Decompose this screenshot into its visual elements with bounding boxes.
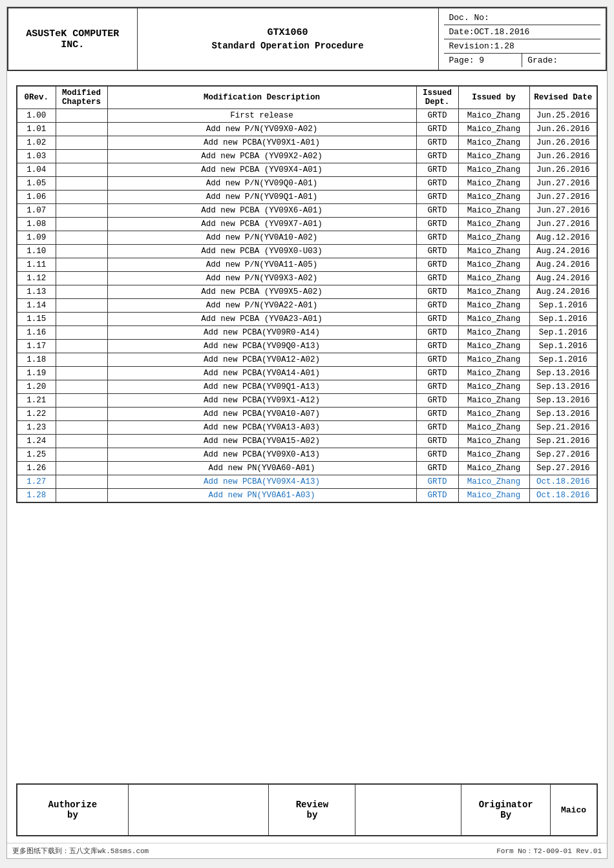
table-row: 1.25Add new PCBA(YV09X0-A13)GRTDMaico_Zh… xyxy=(17,448,597,462)
table-row: 1.08Add new PCBA (YV09X7-A01)GRTDMaico_Z… xyxy=(17,218,597,231)
col-header-dept: IssuedDept. xyxy=(416,86,458,109)
originator-by-cell: Originator By xyxy=(461,784,551,836)
table-row: 1.21Add new PCBA(YV09X1-A12)GRTDMaico_Zh… xyxy=(17,394,597,408)
table-row: 1.09Add new P/N(YV0A10-A02)GRTDMaico_Zha… xyxy=(17,231,597,245)
table-row: 1.12Add new P/N(YV09X3-A02)GRTDMaico_Zha… xyxy=(17,272,597,285)
originator-by-label: Originator By xyxy=(479,800,533,820)
header-table: ASUSTeK COMPUTER INC. GTX1060 Standard O… xyxy=(7,7,607,71)
review-by-value-cell xyxy=(355,784,461,836)
table-row: 1.05Add new P/N(YV09Q0-A01)GRTDMaico_Zha… xyxy=(17,177,597,191)
table-row: 1.17Add new PCBA(YV09Q0-A13)GRTDMaico_Zh… xyxy=(17,340,597,353)
document-page: ASUSTeK COMPUTER INC. GTX1060 Standard O… xyxy=(6,6,608,859)
col-header-rev: 0Rev. xyxy=(17,86,56,109)
col-header-issby: Issued by xyxy=(458,86,529,109)
table-row: 1.11Add new P/N(YV0A11-A05)GRTDMaico_Zha… xyxy=(17,258,597,272)
review-by-cell: Review by xyxy=(269,784,355,836)
company-cell: ASUSTeK COMPUTER INC. xyxy=(8,8,137,70)
table-row: 1.20Add new PCBA(YV09Q1-A13)GRTDMaico_Zh… xyxy=(17,380,597,394)
title-line1: GTX1060 xyxy=(143,27,433,38)
col-header-date: Revised Date xyxy=(529,86,597,109)
col-header-desc: Modification Description xyxy=(107,86,416,109)
table-row: 1.19Add new PCBA(YV0A14-A01)GRTDMaico_Zh… xyxy=(17,367,597,380)
doc-no-row: Doc. No: xyxy=(444,11,601,25)
revision-row: Revision:1.28 xyxy=(444,39,601,54)
table-row: 1.28Add new PN(YV0A61-A03)GRTDMaico_Zhan… xyxy=(17,489,597,503)
table-row: 1.10Add new PCBA (YV09X0-U03)GRTDMaico_Z… xyxy=(17,245,597,258)
bottom-left: 更多图纸下载到：五八文库wk.58sms.com xyxy=(12,846,149,856)
grade-cell: Grade: xyxy=(522,54,600,67)
table-row: 1.26Add new PN(YV0A60-A01)GRTDMaico_Zhan… xyxy=(17,462,597,475)
table-row: 1.07Add new PCBA (YV09X6-A01)GRTDMaico_Z… xyxy=(17,204,597,218)
date-label: Date:OCT.18.2016 xyxy=(449,27,530,37)
page-cell: Page: 9 xyxy=(444,54,523,67)
authorize-by-label: Authorize by xyxy=(48,800,98,820)
table-row: 1.18Add new PCBA(YV0A12-A02)GRTDMaico_Zh… xyxy=(17,353,597,367)
title-line2: Standard Operation Procedure xyxy=(143,41,433,51)
table-row: 1.13Add new PCBA (YV09X5-A02)GRTDMaico_Z… xyxy=(17,285,597,299)
grade-label: Grade: xyxy=(527,56,558,65)
date-row: Date:OCT.18.2016 xyxy=(444,25,601,39)
originator-value: Maico xyxy=(561,805,586,815)
page-grade-row: Page: 9 Grade: xyxy=(444,54,601,67)
main-content: 0Rev. ModifiedChapters Modification Desc… xyxy=(7,71,607,843)
table-row: 1.04Add new PCBA (YV09X4-A01)GRTDMaico_Z… xyxy=(17,163,597,177)
table-header-row: 0Rev. ModifiedChapters Modification Desc… xyxy=(17,86,597,109)
doc-info-cell: Doc. No: Date:OCT.18.2016 Revision:1.28 … xyxy=(438,8,606,70)
table-row: 1.27Add new PCBA(YV09X4-A13)GRTDMaico_Zh… xyxy=(17,475,597,489)
table-row: 1.00First releaseGRTDMaico_ZhangJun.25.2… xyxy=(17,109,597,123)
bottom-bar: 更多图纸下载到：五八文库wk.58sms.com Form No：T2-009-… xyxy=(7,843,607,858)
revision-label: Revision:1.28 xyxy=(449,41,514,51)
table-row: 1.03Add new PCBA (YV09X2-A02)GRTDMaico_Z… xyxy=(17,150,597,163)
authorize-by-cell: Authorize by xyxy=(17,784,128,836)
doc-no-label: Doc. No: xyxy=(449,13,489,23)
title-cell: GTX1060 Standard Operation Procedure xyxy=(137,8,438,70)
table-row: 1.16Add new PCBA(YV09R0-A14)GRTDMaico_Zh… xyxy=(17,326,597,340)
review-by-label: Review by xyxy=(296,800,328,820)
table-row: 1.15Add new PCBA (YV0A23-A01)GRTDMaico_Z… xyxy=(17,313,597,326)
table-row: 1.01Add new P/N(YV09X0-A02)GRTDMaico_Zha… xyxy=(17,123,597,136)
company-name: ASUSTeK COMPUTER INC. xyxy=(26,28,119,50)
table-row: 1.24Add new PCBA(YV0A15-A02)GRTDMaico_Zh… xyxy=(17,435,597,448)
page-label: Page: 9 xyxy=(449,56,485,65)
footer-table: Authorize by Review by Originator By Mai… xyxy=(16,783,598,836)
table-row: 1.06Add new P/N(YV09Q1-A01)GRTDMaico_Zha… xyxy=(17,191,597,204)
originator-value-cell: Maico xyxy=(550,784,597,836)
authorize-by-value-cell xyxy=(128,784,269,836)
table-row: 1.23Add new PCBA(YV0A13-A03)GRTDMaico_Zh… xyxy=(17,421,597,435)
table-row: 1.22Add new PCBA(YV0A10-A07)GRTDMaico_Zh… xyxy=(17,408,597,421)
col-header-mod: ModifiedChapters xyxy=(56,86,107,109)
bottom-right: Form No：T2-009-01 Rev.01 xyxy=(496,846,602,856)
table-row: 1.14Add new P/N(YV0A22-A01)GRTDMaico_Zha… xyxy=(17,299,597,313)
revision-table: 0Rev. ModifiedChapters Modification Desc… xyxy=(16,85,598,503)
table-row: 1.02Add new PCBA(YV09X1-A01)GRTDMaico_Zh… xyxy=(17,136,597,150)
